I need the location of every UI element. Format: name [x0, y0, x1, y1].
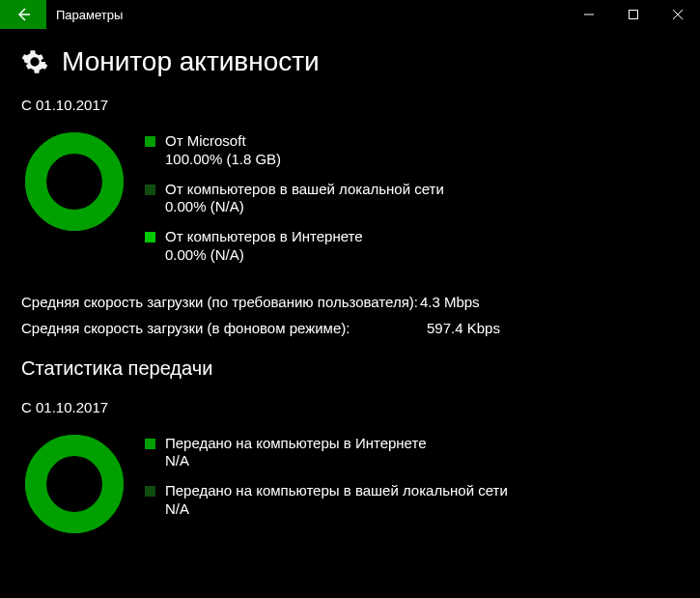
legend-label: Передано на компьютеры в вашей локальной…	[165, 482, 508, 500]
maximize-button[interactable]	[611, 0, 656, 29]
legend-label: Передано на компьютеры в Интернете	[165, 435, 427, 453]
titlebar: Параметры	[0, 0, 700, 29]
close-button[interactable]	[656, 0, 700, 29]
download-donut-chart	[21, 128, 127, 235]
legend-label: От компьютеров в вашей локальной сети	[165, 181, 444, 199]
arrow-left-icon	[14, 6, 32, 23]
upload-donut-chart	[21, 431, 127, 537]
legend-value: 0.00% (N/A)	[165, 198, 444, 216]
download-chart-row: От Microsoft 100.00% (1.8 GB) От компьют…	[21, 128, 679, 276]
page-body: Монитор активности С 01.10.2017 От Micro…	[0, 29, 700, 537]
window-controls	[567, 0, 700, 29]
legend-value: 100.00% (1.8 GB)	[165, 151, 281, 169]
legend-item-upload-internet: Передано на компьютеры в Интернете N/A	[145, 435, 508, 471]
page-title: Монитор активности	[62, 46, 320, 77]
maximize-icon	[629, 10, 638, 19]
download-legend: От Microsoft 100.00% (1.8 GB) От компьют…	[145, 128, 444, 276]
minimize-button[interactable]	[567, 0, 611, 29]
legend-swatch-icon	[145, 136, 155, 147]
legend-label: От компьютеров в Интернете	[165, 228, 363, 246]
speed-foreground: Средняя скорость загрузки (по требованию…	[21, 294, 679, 310]
legend-swatch-icon	[145, 486, 155, 497]
back-button[interactable]	[0, 0, 46, 29]
upload-heading: Статистика передачи	[21, 357, 679, 380]
legend-swatch-icon	[145, 439, 155, 449]
legend-value: N/A	[165, 500, 508, 519]
upload-legend: Передано на компьютеры в Интернете N/A П…	[145, 431, 508, 530]
stat-value: 4.3 Mbps	[420, 294, 480, 310]
upload-chart-row: Передано на компьютеры в Интернете N/A П…	[21, 431, 679, 537]
gear-icon	[21, 48, 48, 75]
close-icon	[673, 10, 683, 19]
legend-item-upload-local: Передано на компьютеры в вашей локальной…	[145, 482, 508, 519]
page-heading: Монитор активности	[21, 46, 679, 77]
speed-background: Средняя скорость загрузки (в фоновом реж…	[21, 320, 679, 336]
minimize-icon	[584, 10, 594, 19]
legend-item-internet: От компьютеров в Интернете 0.00% (N/A)	[145, 228, 444, 265]
stat-value: 597.4 Kbps	[427, 320, 500, 336]
window-title: Параметры	[46, 0, 567, 29]
svg-point-4	[36, 445, 113, 523]
svg-point-2	[36, 143, 113, 220]
legend-swatch-icon	[145, 232, 155, 242]
legend-label: От Microsoft	[165, 132, 281, 151]
legend-item-microsoft: От Microsoft 100.00% (1.8 GB)	[145, 132, 444, 169]
stat-label: Средняя скорость загрузки (по требованию…	[21, 294, 418, 310]
upload-since: С 01.10.2017	[21, 399, 679, 415]
svg-rect-0	[630, 11, 638, 19]
legend-value: 0.00% (N/A)	[165, 246, 363, 265]
download-since: С 01.10.2017	[21, 97, 679, 113]
legend-swatch-icon	[145, 185, 155, 195]
legend-value: N/A	[165, 452, 427, 470]
stat-label: Средняя скорость загрузки (в фоновом реж…	[21, 320, 427, 336]
legend-item-local: От компьютеров в вашей локальной сети 0.…	[145, 181, 444, 217]
